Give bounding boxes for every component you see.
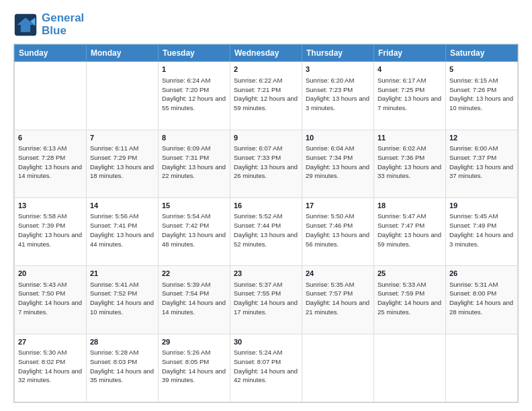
day-cell: 30Sunrise: 5:24 AMSunset: 8:07 PMDayligh…	[230, 334, 302, 402]
day-info: Sunrise: 6:07 AMSunset: 7:33 PMDaylight:…	[234, 144, 298, 181]
day-info: Sunrise: 6:09 AMSunset: 7:31 PMDaylight:…	[162, 144, 226, 181]
weekday-header-friday: Friday	[374, 45, 446, 62]
day-info: Sunrise: 5:24 AMSunset: 8:07 PMDaylight:…	[234, 348, 298, 385]
day-cell: 5Sunrise: 6:15 AMSunset: 7:26 PMDaylight…	[446, 62, 518, 130]
day-cell: 29Sunrise: 5:26 AMSunset: 8:05 PMDayligh…	[159, 334, 230, 402]
day-info: Sunrise: 5:54 AMSunset: 7:42 PMDaylight:…	[162, 212, 226, 248]
day-number: 16	[234, 201, 298, 211]
day-number: 22	[162, 269, 226, 279]
day-number: 18	[378, 201, 442, 211]
day-cell: 2Sunrise: 6:22 AMSunset: 7:21 PMDaylight…	[230, 62, 302, 130]
week-row-3: 13Sunrise: 5:58 AMSunset: 7:39 PMDayligh…	[15, 198, 518, 266]
day-info: Sunrise: 5:56 AMSunset: 7:41 PMDaylight:…	[90, 212, 154, 248]
week-row-1: 1Sunrise: 6:24 AMSunset: 7:20 PMDaylight…	[15, 62, 518, 130]
day-cell: 14Sunrise: 5:56 AMSunset: 7:41 PMDayligh…	[87, 198, 159, 266]
day-number: 3	[306, 64, 370, 75]
day-number: 21	[90, 269, 154, 279]
day-cell: 15Sunrise: 5:54 AMSunset: 7:42 PMDayligh…	[159, 198, 230, 266]
day-cell: 16Sunrise: 5:52 AMSunset: 7:44 PMDayligh…	[230, 198, 302, 266]
day-number: 6	[18, 133, 83, 143]
day-info: Sunrise: 5:47 AMSunset: 7:47 PMDaylight:…	[378, 212, 442, 248]
day-number: 10	[306, 133, 370, 143]
day-cell: 28Sunrise: 5:28 AMSunset: 8:03 PMDayligh…	[87, 334, 159, 402]
weekday-header-sunday: Sunday	[15, 45, 87, 62]
day-info: Sunrise: 5:31 AMSunset: 8:00 PMDaylight:…	[449, 280, 514, 317]
day-cell: 22Sunrise: 5:39 AMSunset: 7:54 PMDayligh…	[159, 266, 230, 334]
day-info: Sunrise: 5:45 AMSunset: 7:49 PMDaylight:…	[449, 212, 514, 248]
day-info: Sunrise: 6:04 AMSunset: 7:34 PMDaylight:…	[306, 144, 370, 181]
day-info: Sunrise: 6:20 AMSunset: 7:23 PMDaylight:…	[306, 76, 370, 113]
day-cell: 20Sunrise: 5:43 AMSunset: 7:50 PMDayligh…	[15, 266, 87, 334]
day-number: 14	[90, 201, 154, 211]
day-number: 26	[449, 269, 514, 279]
day-number: 24	[306, 269, 370, 279]
day-cell: 17Sunrise: 5:50 AMSunset: 7:46 PMDayligh…	[302, 198, 374, 266]
day-info: Sunrise: 5:39 AMSunset: 7:54 PMDaylight:…	[162, 280, 226, 317]
day-cell: 10Sunrise: 6:04 AMSunset: 7:34 PMDayligh…	[302, 130, 374, 197]
day-info: Sunrise: 6:00 AMSunset: 7:37 PMDaylight:…	[449, 144, 514, 181]
day-cell: 18Sunrise: 5:47 AMSunset: 7:47 PMDayligh…	[374, 198, 446, 266]
week-row-5: 27Sunrise: 5:30 AMSunset: 8:02 PMDayligh…	[15, 334, 518, 402]
day-cell: 8Sunrise: 6:09 AMSunset: 7:31 PMDaylight…	[159, 130, 230, 197]
day-number: 5	[449, 64, 514, 75]
page: General Blue SundayMondayTuesdayWednesda…	[0, 0, 532, 411]
day-number: 12	[449, 133, 514, 143]
day-cell: 4Sunrise: 6:17 AMSunset: 7:25 PMDaylight…	[374, 62, 446, 130]
day-info: Sunrise: 5:30 AMSunset: 8:02 PMDaylight:…	[18, 348, 83, 385]
day-info: Sunrise: 5:43 AMSunset: 7:50 PMDaylight:…	[18, 280, 83, 317]
day-number: 19	[449, 201, 514, 211]
day-number: 25	[378, 269, 442, 279]
day-info: Sunrise: 6:02 AMSunset: 7:36 PMDaylight:…	[378, 144, 442, 181]
day-info: Sunrise: 6:24 AMSunset: 7:20 PMDaylight:…	[162, 76, 226, 113]
day-cell: 9Sunrise: 6:07 AMSunset: 7:33 PMDaylight…	[230, 130, 302, 197]
day-info: Sunrise: 5:58 AMSunset: 7:39 PMDaylight:…	[18, 212, 83, 248]
week-row-2: 6Sunrise: 6:13 AMSunset: 7:28 PMDaylight…	[15, 130, 518, 197]
day-cell: 25Sunrise: 5:33 AMSunset: 7:59 PMDayligh…	[374, 266, 446, 334]
day-info: Sunrise: 5:33 AMSunset: 7:59 PMDaylight:…	[378, 280, 442, 317]
day-number: 1	[162, 64, 226, 75]
day-number: 29	[162, 337, 226, 347]
day-cell: 12Sunrise: 6:00 AMSunset: 7:37 PMDayligh…	[446, 130, 518, 197]
day-cell: 23Sunrise: 5:37 AMSunset: 7:55 PMDayligh…	[230, 266, 302, 334]
day-number: 2	[234, 64, 298, 75]
day-info: Sunrise: 5:37 AMSunset: 7:55 PMDaylight:…	[234, 280, 298, 317]
weekday-header-saturday: Saturday	[446, 45, 518, 62]
day-number: 11	[378, 133, 442, 143]
logo-icon	[13, 13, 38, 37]
calendar: SundayMondayTuesdayWednesdayThursdayFrid…	[13, 44, 519, 403]
day-cell	[446, 334, 518, 402]
day-number: 17	[306, 201, 370, 211]
day-info: Sunrise: 5:28 AMSunset: 8:03 PMDaylight:…	[90, 348, 154, 385]
day-info: Sunrise: 6:13 AMSunset: 7:28 PMDaylight:…	[18, 144, 83, 181]
day-info: Sunrise: 6:22 AMSunset: 7:21 PMDaylight:…	[234, 76, 298, 113]
day-number: 15	[162, 201, 226, 211]
day-cell: 1Sunrise: 6:24 AMSunset: 7:20 PMDaylight…	[159, 62, 230, 130]
day-info: Sunrise: 5:26 AMSunset: 8:05 PMDaylight:…	[162, 348, 226, 385]
day-number: 28	[90, 337, 154, 347]
day-cell: 21Sunrise: 5:41 AMSunset: 7:52 PMDayligh…	[87, 266, 159, 334]
day-cell: 26Sunrise: 5:31 AMSunset: 8:00 PMDayligh…	[446, 266, 518, 334]
day-info: Sunrise: 6:11 AMSunset: 7:29 PMDaylight:…	[90, 144, 154, 181]
weekday-header-monday: Monday	[87, 45, 159, 62]
day-number: 27	[18, 337, 83, 347]
day-cell: 24Sunrise: 5:35 AMSunset: 7:57 PMDayligh…	[302, 266, 374, 334]
day-info: Sunrise: 5:41 AMSunset: 7:52 PMDaylight:…	[90, 280, 154, 317]
week-row-4: 20Sunrise: 5:43 AMSunset: 7:50 PMDayligh…	[15, 266, 518, 334]
day-cell: 19Sunrise: 5:45 AMSunset: 7:49 PMDayligh…	[446, 198, 518, 266]
day-info: Sunrise: 5:50 AMSunset: 7:46 PMDaylight:…	[306, 212, 370, 248]
logo-text: General Blue	[42, 12, 84, 37]
day-number: 4	[378, 64, 442, 75]
day-cell: 6Sunrise: 6:13 AMSunset: 7:28 PMDaylight…	[15, 130, 87, 197]
day-cell: 7Sunrise: 6:11 AMSunset: 7:29 PMDaylight…	[87, 130, 159, 197]
day-cell: 11Sunrise: 6:02 AMSunset: 7:36 PMDayligh…	[374, 130, 446, 197]
day-info: Sunrise: 5:52 AMSunset: 7:44 PMDaylight:…	[234, 212, 298, 248]
day-cell: 27Sunrise: 5:30 AMSunset: 8:02 PMDayligh…	[15, 334, 87, 402]
weekday-header-thursday: Thursday	[302, 45, 374, 62]
calendar-header: SundayMondayTuesdayWednesdayThursdayFrid…	[15, 45, 518, 62]
day-number: 8	[162, 133, 226, 143]
day-number: 23	[234, 269, 298, 279]
day-info: Sunrise: 6:15 AMSunset: 7:26 PMDaylight:…	[449, 76, 514, 113]
day-number: 9	[234, 133, 298, 143]
day-cell	[374, 334, 446, 402]
day-number: 30	[234, 337, 298, 347]
